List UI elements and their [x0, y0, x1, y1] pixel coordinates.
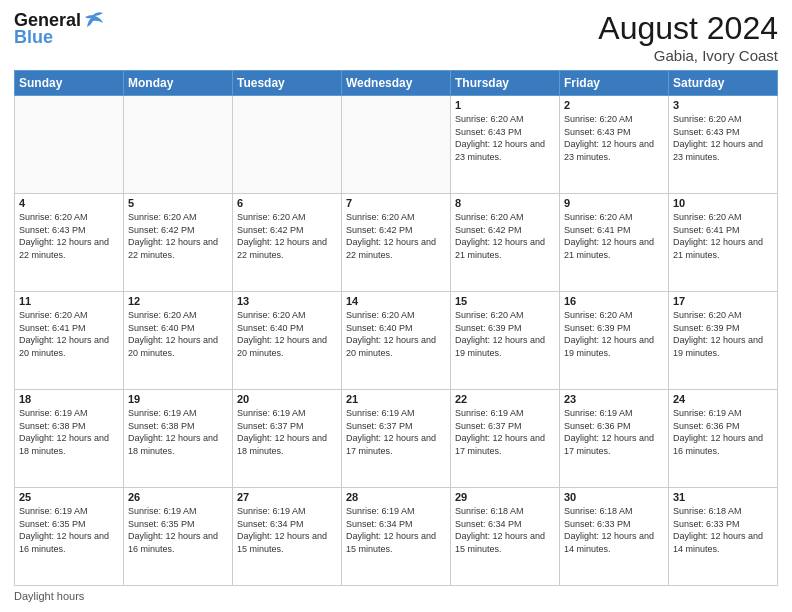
day-info: Sunrise: 6:20 AMSunset: 6:43 PMDaylight:…: [564, 113, 664, 163]
day-info: Sunrise: 6:20 AMSunset: 6:42 PMDaylight:…: [128, 211, 228, 261]
calendar-cell: 12 Sunrise: 6:20 AMSunset: 6:40 PMDaylig…: [124, 292, 233, 390]
month-year: August 2024: [598, 10, 778, 47]
day-info: Sunrise: 6:18 AMSunset: 6:33 PMDaylight:…: [673, 505, 773, 555]
logo-bird-icon: [83, 11, 105, 29]
day-number: 24: [673, 393, 773, 405]
calendar-cell: 22 Sunrise: 6:19 AMSunset: 6:37 PMDaylig…: [451, 390, 560, 488]
day-info: Sunrise: 6:20 AMSunset: 6:41 PMDaylight:…: [673, 211, 773, 261]
col-sunday: Sunday: [15, 71, 124, 96]
calendar-cell: 6 Sunrise: 6:20 AMSunset: 6:42 PMDayligh…: [233, 194, 342, 292]
day-info: Sunrise: 6:19 AMSunset: 6:36 PMDaylight:…: [564, 407, 664, 457]
calendar-cell: 29 Sunrise: 6:18 AMSunset: 6:34 PMDaylig…: [451, 488, 560, 586]
day-info: Sunrise: 6:19 AMSunset: 6:37 PMDaylight:…: [346, 407, 446, 457]
calendar-cell: 14 Sunrise: 6:20 AMSunset: 6:40 PMDaylig…: [342, 292, 451, 390]
col-friday: Friday: [560, 71, 669, 96]
calendar-cell: 10 Sunrise: 6:20 AMSunset: 6:41 PMDaylig…: [669, 194, 778, 292]
calendar-cell: 18 Sunrise: 6:19 AMSunset: 6:38 PMDaylig…: [15, 390, 124, 488]
footer: Daylight hours: [14, 590, 778, 602]
calendar-cell: 31 Sunrise: 6:18 AMSunset: 6:33 PMDaylig…: [669, 488, 778, 586]
day-info: Sunrise: 6:19 AMSunset: 6:38 PMDaylight:…: [128, 407, 228, 457]
day-number: 13: [237, 295, 337, 307]
calendar-cell: 19 Sunrise: 6:19 AMSunset: 6:38 PMDaylig…: [124, 390, 233, 488]
calendar-cell: 8 Sunrise: 6:20 AMSunset: 6:42 PMDayligh…: [451, 194, 560, 292]
day-info: Sunrise: 6:18 AMSunset: 6:33 PMDaylight:…: [564, 505, 664, 555]
day-number: 29: [455, 491, 555, 503]
col-tuesday: Tuesday: [233, 71, 342, 96]
day-info: Sunrise: 6:20 AMSunset: 6:40 PMDaylight:…: [128, 309, 228, 359]
day-number: 14: [346, 295, 446, 307]
day-number: 5: [128, 197, 228, 209]
day-number: 15: [455, 295, 555, 307]
day-info: Sunrise: 6:20 AMSunset: 6:39 PMDaylight:…: [455, 309, 555, 359]
day-number: 11: [19, 295, 119, 307]
calendar-cell: 28 Sunrise: 6:19 AMSunset: 6:34 PMDaylig…: [342, 488, 451, 586]
calendar-cell: 20 Sunrise: 6:19 AMSunset: 6:37 PMDaylig…: [233, 390, 342, 488]
calendar-cell: 25 Sunrise: 6:19 AMSunset: 6:35 PMDaylig…: [15, 488, 124, 586]
day-info: Sunrise: 6:19 AMSunset: 6:37 PMDaylight:…: [455, 407, 555, 457]
day-info: Sunrise: 6:20 AMSunset: 6:41 PMDaylight:…: [564, 211, 664, 261]
day-info: Sunrise: 6:20 AMSunset: 6:39 PMDaylight:…: [564, 309, 664, 359]
day-number: 4: [19, 197, 119, 209]
calendar-cell: [124, 96, 233, 194]
calendar-week-0: 1 Sunrise: 6:20 AMSunset: 6:43 PMDayligh…: [15, 96, 778, 194]
day-number: 30: [564, 491, 664, 503]
logo: General Blue: [14, 10, 105, 48]
calendar-cell: [342, 96, 451, 194]
header: General Blue August 2024 Gabia, Ivory Co…: [14, 10, 778, 64]
day-number: 21: [346, 393, 446, 405]
day-number: 10: [673, 197, 773, 209]
calendar-cell: 2 Sunrise: 6:20 AMSunset: 6:43 PMDayligh…: [560, 96, 669, 194]
day-info: Sunrise: 6:20 AMSunset: 6:43 PMDaylight:…: [19, 211, 119, 261]
title-block: August 2024 Gabia, Ivory Coast: [598, 10, 778, 64]
day-info: Sunrise: 6:20 AMSunset: 6:41 PMDaylight:…: [19, 309, 119, 359]
col-thursday: Thursday: [451, 71, 560, 96]
calendar-cell: 9 Sunrise: 6:20 AMSunset: 6:41 PMDayligh…: [560, 194, 669, 292]
logo-blue-text: Blue: [14, 27, 53, 48]
day-info: Sunrise: 6:20 AMSunset: 6:40 PMDaylight:…: [346, 309, 446, 359]
day-info: Sunrise: 6:20 AMSunset: 6:43 PMDaylight:…: [673, 113, 773, 163]
calendar-cell: 1 Sunrise: 6:20 AMSunset: 6:43 PMDayligh…: [451, 96, 560, 194]
day-number: 6: [237, 197, 337, 209]
day-info: Sunrise: 6:19 AMSunset: 6:34 PMDaylight:…: [346, 505, 446, 555]
day-info: Sunrise: 6:19 AMSunset: 6:36 PMDaylight:…: [673, 407, 773, 457]
day-number: 26: [128, 491, 228, 503]
day-number: 2: [564, 99, 664, 111]
day-info: Sunrise: 6:20 AMSunset: 6:43 PMDaylight:…: [455, 113, 555, 163]
day-number: 9: [564, 197, 664, 209]
day-info: Sunrise: 6:20 AMSunset: 6:39 PMDaylight:…: [673, 309, 773, 359]
day-info: Sunrise: 6:19 AMSunset: 6:37 PMDaylight:…: [237, 407, 337, 457]
day-number: 3: [673, 99, 773, 111]
calendar-cell: 13 Sunrise: 6:20 AMSunset: 6:40 PMDaylig…: [233, 292, 342, 390]
col-monday: Monday: [124, 71, 233, 96]
calendar-cell: 23 Sunrise: 6:19 AMSunset: 6:36 PMDaylig…: [560, 390, 669, 488]
day-info: Sunrise: 6:20 AMSunset: 6:42 PMDaylight:…: [455, 211, 555, 261]
calendar-cell: 7 Sunrise: 6:20 AMSunset: 6:42 PMDayligh…: [342, 194, 451, 292]
day-info: Sunrise: 6:18 AMSunset: 6:34 PMDaylight:…: [455, 505, 555, 555]
day-number: 19: [128, 393, 228, 405]
calendar-cell: 24 Sunrise: 6:19 AMSunset: 6:36 PMDaylig…: [669, 390, 778, 488]
calendar-cell: 16 Sunrise: 6:20 AMSunset: 6:39 PMDaylig…: [560, 292, 669, 390]
col-wednesday: Wednesday: [342, 71, 451, 96]
calendar-cell: 11 Sunrise: 6:20 AMSunset: 6:41 PMDaylig…: [15, 292, 124, 390]
daylight-hours-label: Daylight hours: [14, 590, 84, 602]
calendar-cell: 3 Sunrise: 6:20 AMSunset: 6:43 PMDayligh…: [669, 96, 778, 194]
location: Gabia, Ivory Coast: [598, 47, 778, 64]
day-number: 23: [564, 393, 664, 405]
col-saturday: Saturday: [669, 71, 778, 96]
day-number: 12: [128, 295, 228, 307]
calendar-cell: 21 Sunrise: 6:19 AMSunset: 6:37 PMDaylig…: [342, 390, 451, 488]
page: General Blue August 2024 Gabia, Ivory Co…: [0, 0, 792, 612]
day-number: 1: [455, 99, 555, 111]
day-number: 16: [564, 295, 664, 307]
calendar-week-2: 11 Sunrise: 6:20 AMSunset: 6:41 PMDaylig…: [15, 292, 778, 390]
day-number: 28: [346, 491, 446, 503]
day-number: 22: [455, 393, 555, 405]
day-number: 20: [237, 393, 337, 405]
day-info: Sunrise: 6:20 AMSunset: 6:42 PMDaylight:…: [237, 211, 337, 261]
day-info: Sunrise: 6:19 AMSunset: 6:38 PMDaylight:…: [19, 407, 119, 457]
calendar-cell: 26 Sunrise: 6:19 AMSunset: 6:35 PMDaylig…: [124, 488, 233, 586]
calendar-header-row: Sunday Monday Tuesday Wednesday Thursday…: [15, 71, 778, 96]
day-number: 25: [19, 491, 119, 503]
calendar-week-3: 18 Sunrise: 6:19 AMSunset: 6:38 PMDaylig…: [15, 390, 778, 488]
day-info: Sunrise: 6:20 AMSunset: 6:40 PMDaylight:…: [237, 309, 337, 359]
